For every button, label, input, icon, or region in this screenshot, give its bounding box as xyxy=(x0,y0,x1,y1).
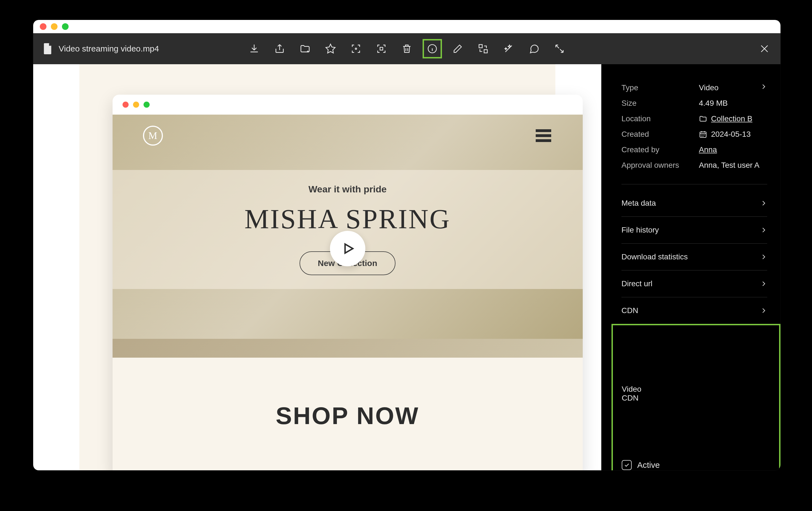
info-row-created-by: Created by Anna xyxy=(621,142,767,158)
chevron-right-icon xyxy=(760,226,767,234)
delete-button[interactable] xyxy=(401,43,413,55)
mock-banner xyxy=(113,339,583,358)
label-type: Type xyxy=(621,83,699,92)
accordion-cdn[interactable]: CDN xyxy=(621,297,767,324)
window-titlebar xyxy=(33,20,781,33)
download-button[interactable] xyxy=(248,43,260,55)
accordion-meta-data[interactable]: Meta data xyxy=(621,190,767,217)
mock-browser-window: M Wear it with pride MISHA SPRING New Co… xyxy=(113,95,583,470)
window-maximize-icon[interactable] xyxy=(62,23,68,30)
label-approval: Approval owners xyxy=(621,161,699,170)
window-minimize-icon[interactable] xyxy=(51,23,58,30)
label-location: Location xyxy=(621,114,699,123)
close-panel-button[interactable] xyxy=(758,43,771,55)
svg-rect-4 xyxy=(484,50,487,53)
accordion-label: Direct url xyxy=(621,279,652,288)
folder-icon xyxy=(699,115,707,123)
info-side-panel: Type Video Size 4.49 MB Location Collect… xyxy=(601,64,781,470)
accordion-download-stats[interactable]: Download statistics xyxy=(621,244,767,270)
accordion-label: Meta data xyxy=(621,199,656,208)
mock-hero: M Wear it with pride MISHA SPRING New Co… xyxy=(113,115,583,339)
value-size: 4.49 MB xyxy=(699,99,767,108)
chevron-right-icon xyxy=(760,199,767,207)
active-label: Active xyxy=(637,460,660,470)
mock-titlebar xyxy=(113,95,583,115)
calendar-icon xyxy=(699,130,707,138)
toolbar-actions xyxy=(248,43,566,55)
info-row-type[interactable]: Type Video xyxy=(621,80,767,96)
expand-button[interactable] xyxy=(553,43,566,55)
hamburger-icon xyxy=(534,129,552,143)
accordion-label: CDN xyxy=(621,306,638,315)
mock-logo-icon: M xyxy=(143,126,163,145)
label-created-by: Created by xyxy=(621,145,699,154)
value-created: 2024-05-13 xyxy=(711,130,751,139)
chevron-right-icon xyxy=(760,253,767,261)
svg-rect-3 xyxy=(479,45,482,48)
label-created: Created xyxy=(621,130,699,139)
share-button[interactable] xyxy=(273,43,286,55)
traffic-lights xyxy=(40,23,68,30)
mock-title: MISHA SPRING xyxy=(244,203,451,235)
star-button[interactable] xyxy=(324,43,337,55)
accordion-label: Video CDN xyxy=(622,385,652,403)
accordion-file-history[interactable]: File history xyxy=(621,217,767,244)
video-cdn-section: Video CDN Active Conversion in progress.… xyxy=(611,324,781,470)
toolbar: Video streaming video.mp4 xyxy=(33,33,781,64)
accordion-direct-url[interactable]: Direct url xyxy=(621,270,767,297)
divider xyxy=(621,184,767,184)
chevron-right-icon xyxy=(760,307,767,314)
location-link[interactable]: Collection B xyxy=(711,114,752,123)
chevron-right-icon xyxy=(760,280,767,287)
info-button[interactable] xyxy=(426,43,438,55)
folder-add-button[interactable] xyxy=(299,43,311,55)
file-name: Video streaming video.mp4 xyxy=(59,44,159,53)
content: M Wear it with pride MISHA SPRING New Co… xyxy=(33,64,781,470)
accordion-label: Download statistics xyxy=(621,252,688,261)
svg-point-0 xyxy=(355,48,357,50)
label-size: Size xyxy=(621,99,699,108)
mock-subtitle: Wear it with pride xyxy=(308,184,387,195)
accordion-video-cdn[interactable]: Video CDN xyxy=(622,325,767,460)
active-checkbox[interactable] xyxy=(622,460,632,470)
preview-canvas: M Wear it with pride MISHA SPRING New Co… xyxy=(79,64,555,470)
check-icon xyxy=(624,462,630,468)
info-row-size: Size 4.49 MB xyxy=(621,96,767,111)
video-cdn-body: Active Conversion in progress. Please ch… xyxy=(622,460,767,470)
value-approval: Anna, Test user A xyxy=(699,161,767,170)
created-by-link[interactable]: Anna xyxy=(699,145,717,154)
preview-pane: M Wear it with pride MISHA SPRING New Co… xyxy=(33,64,601,470)
crop-button[interactable] xyxy=(375,43,387,55)
info-row-created: Created 2024-05-13 xyxy=(621,127,767,142)
replace-button[interactable] xyxy=(477,43,489,55)
comment-button[interactable] xyxy=(528,43,540,55)
focus-point-button[interactable] xyxy=(350,43,362,55)
chevron-down-icon xyxy=(652,336,767,451)
play-button[interactable] xyxy=(330,231,365,266)
svg-rect-1 xyxy=(380,47,383,50)
mock-hero-overlay: Wear it with pride MISHA SPRING New Coll… xyxy=(113,170,583,289)
info-row-location: Location Collection B xyxy=(621,111,767,127)
info-row-approval: Approval owners Anna, Test user A xyxy=(621,158,767,173)
active-checkbox-row: Active xyxy=(622,460,767,470)
value-type: Video xyxy=(699,83,760,92)
toolbar-left: Video streaming video.mp4 xyxy=(43,43,159,54)
accordion-label: File history xyxy=(621,225,659,235)
magic-button[interactable] xyxy=(502,43,515,55)
file-icon xyxy=(43,43,52,54)
edit-button[interactable] xyxy=(452,43,464,55)
chevron-right-icon xyxy=(760,83,767,92)
mock-shop-heading: SHOP NOW xyxy=(113,358,583,470)
window-close-icon[interactable] xyxy=(40,23,47,30)
app-window: Video streaming video.mp4 xyxy=(33,20,781,470)
